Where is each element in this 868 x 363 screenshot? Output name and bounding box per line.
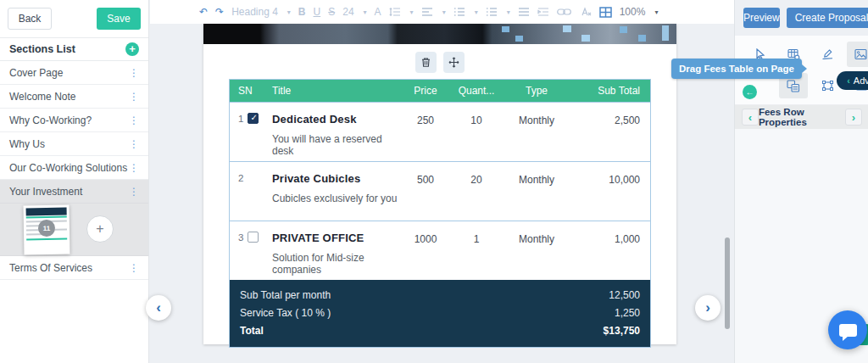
sidebar-item-label: Why Co-Working?	[9, 114, 92, 126]
col-header-title: Title	[272, 85, 399, 97]
chevron-down-icon[interactable]: ▾	[287, 8, 291, 16]
fee-type: Monthly	[501, 103, 572, 161]
fees-table-header: SN Title Price Quant... Type Sub Total	[230, 80, 650, 102]
thumbnail-accent-line	[26, 238, 67, 241]
sidebar-header: Back Save	[0, 0, 148, 37]
unordered-list-icon[interactable]	[486, 7, 498, 17]
ordered-list-icon[interactable]	[453, 7, 465, 17]
collapse-panel-button[interactable]: ←	[743, 85, 757, 99]
advanced-tab[interactable]: ‹ Advan	[837, 71, 868, 90]
proposal-editor-app: Back Save Sections List + Cover Page ⋮ W…	[0, 0, 868, 363]
fees-row[interactable]: 2 Private Cubicles Cubicles exclusively …	[230, 161, 650, 221]
heading-style-select[interactable]: Heading 4	[231, 6, 278, 18]
delete-table-button[interactable]	[415, 52, 437, 73]
window-shape	[581, 35, 590, 42]
row-checkbox[interactable]	[248, 232, 259, 243]
move-table-button[interactable]	[443, 52, 465, 73]
format-toolbar: ↶ ↷ Heading 4 ▾ B U S 24 ▾ A ▾ ▾ ▾ ▾ 100…	[150, 0, 734, 24]
sidebar-item-welcome-note[interactable]: Welcome Note ⋮	[0, 85, 148, 109]
frame-icon	[821, 80, 834, 92]
col-header-type: Type	[501, 85, 572, 97]
page-thumbnail[interactable]: 11	[23, 205, 70, 255]
sidebar-item-label: Terms Of Services	[9, 262, 92, 274]
indent-icon[interactable]	[537, 7, 549, 17]
undo-icon[interactable]: ↶	[199, 6, 208, 18]
prev-page-button[interactable]: ‹	[146, 295, 171, 321]
sidebar-item-why-us[interactable]: Why Us ⋮	[0, 132, 148, 156]
window-shape	[563, 25, 571, 32]
bold-button[interactable]: B	[298, 6, 306, 18]
row-checkbox[interactable]	[248, 113, 259, 124]
window-shape	[515, 36, 523, 42]
back-button[interactable]: Back	[8, 8, 52, 30]
drag-fees-tooltip: Drag Fees Table on Page	[671, 59, 802, 79]
chevron-down-icon[interactable]: ▾	[507, 8, 510, 16]
line-height-icon[interactable]	[389, 7, 401, 17]
fees-table[interactable]: SN Title Price Quant... Type Sub Total 1	[229, 79, 651, 348]
zoom-level-select[interactable]: 100%	[620, 6, 646, 18]
chevron-down-icon[interactable]: ▾	[364, 8, 367, 16]
editor-main: ↶ ↷ Heading 4 ▾ B U S 24 ▾ A ▾ ▾ ▾ ▾ 100…	[150, 0, 734, 363]
signature-icon	[821, 48, 834, 60]
sections-sidebar: Back Save Sections List + Cover Page ⋮ W…	[0, 0, 149, 363]
create-proposal-button[interactable]: Create Proposal	[787, 8, 868, 28]
fee-title: Dedicated Desk	[272, 113, 399, 126]
fee-type: Monthly	[501, 221, 572, 280]
strikethrough-button[interactable]: S	[328, 6, 335, 18]
sidebar-item-label: Why Us	[9, 138, 45, 150]
save-button[interactable]: Save	[97, 8, 141, 30]
summary-line: Service Tax ( 10 % ) 1,250	[230, 304, 650, 321]
chevron-down-icon[interactable]: ▾	[442, 8, 446, 16]
sidebar-item-your-investment[interactable]: Your Investment ⋮	[0, 180, 148, 204]
fee-quantity: 1	[452, 221, 501, 280]
section-menu-icon[interactable]: ⋮	[129, 138, 139, 150]
summary-value: $13,750	[604, 325, 640, 337]
fees-row[interactable]: 1 Dedicated Desk You will have a reserve…	[230, 102, 650, 161]
row-number: 1	[238, 114, 243, 124]
add-section-button[interactable]: +	[125, 42, 139, 56]
fees-row[interactable]: 3 PRIVATE OFFICE Solution for Mid-size c…	[230, 221, 650, 280]
section-menu-icon[interactable]: ⋮	[129, 262, 139, 274]
clear-format-icon[interactable]	[579, 7, 592, 17]
insert-table-icon[interactable]	[599, 7, 612, 18]
redo-icon[interactable]: ↷	[215, 6, 224, 18]
section-menu-icon[interactable]: ⋮	[129, 186, 139, 198]
sidebar-item-terms[interactable]: Terms Of Services ⋮	[0, 256, 148, 280]
add-page-button[interactable]: +	[86, 215, 114, 243]
section-menu-icon[interactable]: ⋮	[129, 162, 139, 174]
thumbnail-header-bar	[26, 208, 67, 216]
window-shape	[502, 26, 509, 32]
prev-properties-button[interactable]: ‹	[742, 109, 759, 126]
fee-description: You will have a reserved desk	[272, 133, 399, 157]
align-icon[interactable]	[421, 7, 433, 17]
sidebar-item-label: Welcome Note	[9, 91, 75, 103]
sidebar-item-label: Cover Page	[9, 67, 63, 79]
next-properties-button[interactable]: ›	[845, 109, 862, 126]
vertical-scrollbar[interactable]	[725, 237, 730, 329]
sidebar-item-cover-page[interactable]: Cover Page ⋮	[0, 61, 148, 85]
preview-button[interactable]: Preview	[743, 8, 780, 28]
font-color-button[interactable]: A	[375, 6, 381, 18]
window-shape	[620, 26, 627, 33]
fee-description: Cubicles exclusively for you	[272, 193, 399, 204]
underline-button[interactable]: U	[314, 6, 321, 18]
chevron-down-icon[interactable]: ▾	[475, 8, 478, 16]
section-menu-icon[interactable]: ⋮	[129, 67, 139, 79]
section-menu-icon[interactable]: ⋮	[129, 91, 139, 103]
sidebar-item-solutions[interactable]: Our Co-Working Solutions ⋮	[0, 156, 148, 180]
document-canvas: SN Title Price Quant... Type Sub Total 1	[150, 24, 734, 363]
sidebar-item-why-coworking[interactable]: Why Co-Working? ⋮	[0, 109, 148, 132]
next-page-button[interactable]: ›	[695, 295, 721, 321]
col-header-quantity: Quant...	[452, 85, 501, 97]
font-size-select[interactable]: 24	[342, 6, 353, 18]
summary-label: Sub Total per month	[240, 289, 331, 301]
advanced-label: Advan	[854, 75, 868, 86]
link-icon[interactable]	[557, 8, 571, 16]
checklist-icon[interactable]	[518, 7, 530, 17]
chevron-down-icon[interactable]: ▾	[654, 8, 658, 16]
chevron-down-icon[interactable]: ▾	[410, 8, 414, 16]
chat-launcher[interactable]	[828, 310, 867, 349]
section-menu-icon[interactable]: ⋮	[129, 114, 139, 126]
image-tool[interactable]	[847, 42, 868, 67]
signature-tool[interactable]	[815, 42, 840, 66]
